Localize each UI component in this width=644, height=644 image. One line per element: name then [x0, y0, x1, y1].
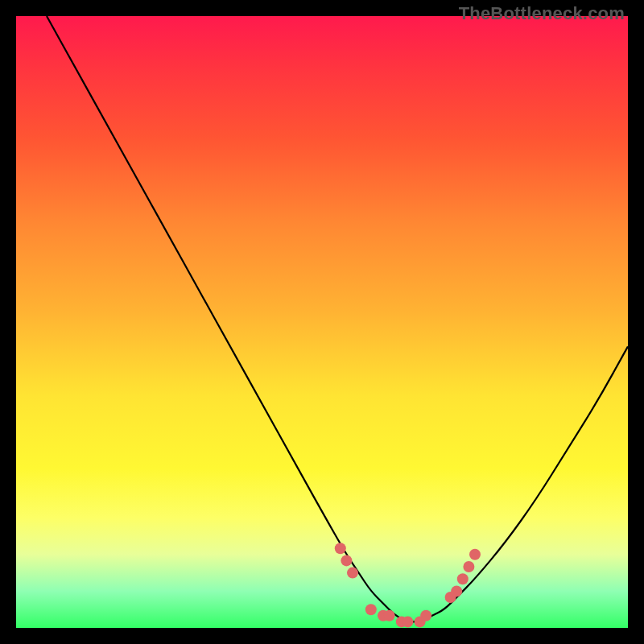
- chart-frame: [16, 16, 628, 628]
- watermark-text: TheBottleneck.com: [459, 3, 625, 24]
- chart-background-gradient: [16, 16, 628, 628]
